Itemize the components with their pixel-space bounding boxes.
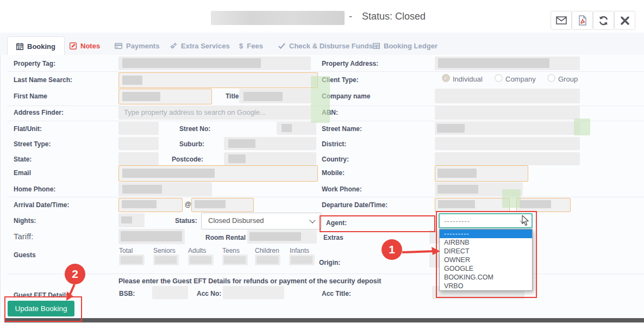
agent-option-booking-com[interactable]: BOOKING.COM bbox=[440, 273, 532, 282]
departure-label: Departure Date/Time: bbox=[322, 201, 387, 209]
row-separator bbox=[7, 71, 644, 72]
district-label: District: bbox=[322, 140, 346, 148]
guests-col-teens: Teens bbox=[222, 247, 240, 254]
first-name-label: First Name bbox=[14, 92, 47, 100]
acc-no-label: Acc No: bbox=[197, 290, 221, 297]
agent-option-placeholder[interactable]: --------- bbox=[440, 229, 532, 238]
redaction-block bbox=[520, 200, 551, 208]
suburb-label: Suburb: bbox=[179, 140, 204, 148]
redaction-block bbox=[228, 154, 246, 163]
abn-input[interactable] bbox=[435, 105, 580, 120]
green-redaction-block bbox=[311, 76, 330, 123]
green-redaction-block bbox=[502, 189, 521, 208]
redaction-block bbox=[438, 200, 475, 208]
tab-bar: Booking Notes Payments Extra Services $ … bbox=[0, 33, 644, 55]
agent-option-airbnb[interactable]: AIRBNB bbox=[440, 238, 532, 247]
acc-title-label: Acc Title: bbox=[322, 290, 351, 297]
tab-extra-services-label: Extra Services bbox=[181, 42, 230, 50]
agent-select[interactable]: --------- bbox=[439, 213, 533, 228]
redaction-block bbox=[155, 256, 177, 264]
arrival-label: Arrival Date/Time: bbox=[14, 201, 70, 209]
refresh-icon bbox=[598, 16, 609, 26]
nights-label: Nights: bbox=[14, 217, 36, 225]
street-type-input[interactable] bbox=[118, 137, 159, 150]
home-phone-label: Home Phone: bbox=[14, 185, 55, 193]
tab-notes[interactable]: Notes bbox=[70, 37, 100, 55]
bsb-label: BSB: bbox=[119, 290, 135, 297]
client-type-individual-label: Individual bbox=[453, 75, 483, 83]
street-name-label: Street Name: bbox=[322, 125, 362, 133]
tab-booking-ledger[interactable]: Booking Ledger bbox=[373, 37, 437, 55]
status-select[interactable]: Closed Disbursed bbox=[201, 213, 322, 229]
redaction-block bbox=[437, 124, 465, 133]
flat-unit-input[interactable] bbox=[118, 122, 159, 135]
chevron-down-icon bbox=[309, 217, 315, 223]
tab-booking[interactable]: Booking bbox=[7, 36, 65, 56]
tab-payments[interactable]: Payments bbox=[115, 37, 159, 55]
acc-no-input[interactable] bbox=[223, 286, 284, 299]
tab-notes-label: Notes bbox=[80, 42, 100, 50]
agent-label: Agent: bbox=[326, 219, 347, 227]
redaction-block bbox=[122, 92, 160, 101]
address-finder-label: Address Finder: bbox=[14, 109, 64, 116]
annotation-arrow-2 bbox=[61, 283, 78, 302]
last-name-search-input[interactable] bbox=[118, 72, 318, 88]
redaction-block bbox=[122, 76, 142, 85]
redaction-block bbox=[195, 200, 226, 208]
tab-check-disburse[interactable]: Check & Disburse Funds bbox=[278, 37, 373, 55]
address-finder-input[interactable]: Type property address to search on Googl… bbox=[118, 105, 311, 120]
bsb-input[interactable] bbox=[152, 286, 188, 299]
agent-option-vrbo[interactable]: VRBO bbox=[440, 282, 532, 290]
district-input[interactable] bbox=[435, 137, 580, 150]
client-type-individual-radio[interactable]: ✓ bbox=[442, 74, 450, 82]
agent-option-owner[interactable]: OWNER bbox=[440, 256, 532, 264]
close-icon bbox=[621, 16, 629, 25]
tab-payments-label: Payments bbox=[126, 42, 159, 50]
mobile-label: Mobile: bbox=[322, 169, 345, 177]
state-label: State: bbox=[14, 156, 32, 163]
status-select-value: Closed Disbursed bbox=[208, 216, 264, 225]
guests-col-children: Children bbox=[255, 247, 279, 254]
extras-label: Extras bbox=[323, 234, 343, 241]
work-phone-label: Work Phone: bbox=[322, 185, 362, 193]
credit-card-icon bbox=[115, 43, 122, 49]
client-type-company-label: Company bbox=[505, 75, 536, 83]
agent-option-direct[interactable]: DIRECT bbox=[440, 247, 532, 256]
gear-icon bbox=[170, 42, 177, 49]
annotation-marker-2: 2 bbox=[65, 264, 85, 284]
annotation-marker-1: 1 bbox=[382, 239, 402, 260]
green-redaction-block bbox=[574, 119, 590, 135]
row-separator bbox=[7, 274, 644, 274]
refresh-button[interactable] bbox=[593, 11, 614, 30]
guests-col-total: Total bbox=[119, 247, 133, 254]
tab-extra-services[interactable]: Extra Services bbox=[170, 37, 230, 55]
tab-fees[interactable]: $ Fees bbox=[239, 37, 263, 55]
redaction-block bbox=[122, 169, 215, 178]
redaction-block bbox=[257, 256, 278, 264]
update-booking-button[interactable]: Update Booking bbox=[8, 301, 74, 316]
redaction-block bbox=[224, 256, 246, 264]
marker-1-number: 1 bbox=[389, 243, 395, 256]
agent-option-google[interactable]: GOOGLE bbox=[440, 264, 532, 273]
country-input[interactable] bbox=[435, 152, 580, 165]
redaction-block bbox=[291, 256, 312, 264]
mouse-cursor bbox=[522, 215, 529, 226]
tab-booking-ledger-label: Booking Ledger bbox=[384, 42, 437, 50]
redaction-block bbox=[121, 231, 182, 241]
email-button[interactable] bbox=[551, 11, 572, 30]
redaction-block bbox=[122, 185, 162, 194]
postcode-label: Postcode: bbox=[172, 156, 203, 163]
at-sign: @ bbox=[185, 201, 191, 208]
redaction-block bbox=[190, 256, 211, 264]
guests-label: Guests bbox=[14, 251, 36, 259]
client-type-group-radio[interactable] bbox=[547, 74, 555, 82]
client-type-company-radio[interactable] bbox=[495, 74, 503, 82]
company-name-input[interactable] bbox=[435, 89, 580, 103]
tariff-label: Tariff: bbox=[14, 232, 33, 241]
pdf-button[interactable] bbox=[572, 11, 593, 30]
address-finder-placeholder: Type property address to search on Googl… bbox=[124, 108, 266, 116]
state-input[interactable] bbox=[118, 152, 159, 165]
redaction-block bbox=[122, 200, 157, 208]
close-button[interactable] bbox=[614, 11, 635, 30]
title-dash: - bbox=[349, 11, 352, 22]
